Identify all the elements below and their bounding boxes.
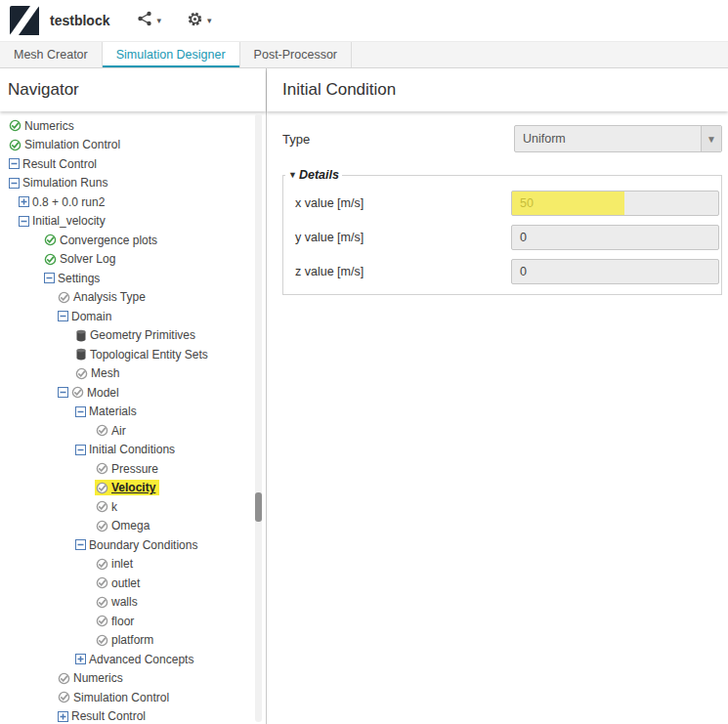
expand-icon[interactable] <box>58 711 68 722</box>
tree-item-omega[interactable]: Omega <box>0 517 266 536</box>
chevron-down-icon: ▾ <box>207 17 212 25</box>
tree-item-label: Pressure <box>111 462 158 476</box>
tab-simulation-designer[interactable]: Simulation Designer <box>103 42 240 67</box>
y-value-m-s-input[interactable] <box>511 225 719 250</box>
tab-mesh-creator[interactable]: Mesh Creator <box>0 42 103 67</box>
tree-item-label: Topological Entity Sets <box>90 348 208 362</box>
tree-item-settings[interactable]: Settings <box>0 269 266 288</box>
status-check-icon <box>58 691 70 703</box>
tree-item-label: Settings <box>58 272 100 285</box>
tree-item-label: Boundary Conditions <box>89 538 197 552</box>
collapse-icon[interactable] <box>75 445 86 455</box>
field-row-y-value-m-s: y value [m/s] <box>295 225 719 250</box>
expand-icon[interactable] <box>19 196 29 207</box>
tree-item-0-8-0-0-run2[interactable]: 0.8 + 0.0 run2 <box>0 192 266 212</box>
tree-item-result-control[interactable]: Result Control <box>0 707 266 724</box>
app: testblock ▾ ▾ Mesh <box>0 0 728 724</box>
tree-item-inlet[interactable]: inlet <box>0 555 266 575</box>
tree-item-label: Initial Conditions <box>89 443 175 456</box>
tree-item-simulation-control[interactable]: Simulation Control <box>0 136 266 155</box>
tree-item-label: Simulation Runs <box>22 176 107 190</box>
collapse-icon[interactable] <box>9 158 20 169</box>
status-check-icon <box>96 520 108 532</box>
tree-item-label: Materials <box>89 405 137 418</box>
field-input-wrap <box>511 225 719 250</box>
tree-item-numerics[interactable]: Numerics <box>0 669 266 689</box>
tree-item-k[interactable]: k <box>0 497 266 517</box>
tree-item-model[interactable]: Model <box>0 383 266 403</box>
details-group: ▼ Details x value [m/s]y value [m/s]z va… <box>282 168 722 295</box>
collapse-triangle-icon: ▼ <box>288 170 297 180</box>
tree-item-label: Air <box>111 424 126 438</box>
collapse-icon[interactable] <box>19 216 29 227</box>
collapse-icon[interactable] <box>58 387 68 398</box>
tree-item-result-control[interactable]: Result Control <box>0 154 266 174</box>
top-bar: testblock ▾ ▾ <box>0 0 728 41</box>
share-button[interactable]: ▾ <box>137 11 161 30</box>
tree-item-simulation-control[interactable]: Simulation Control <box>0 688 266 707</box>
scrollbar-thumb[interactable] <box>255 492 262 522</box>
app-logo-icon[interactable] <box>10 6 39 35</box>
z-value-m-s-input[interactable] <box>511 259 719 284</box>
status-check-icon <box>96 462 108 475</box>
tree-item-label: walls <box>111 595 138 609</box>
collapse-icon[interactable] <box>44 273 55 283</box>
type-row: Type Uniform ▼ <box>282 125 722 152</box>
entity-set-icon <box>75 348 87 361</box>
collapse-icon[interactable] <box>75 406 86 417</box>
type-select[interactable]: Uniform ▼ <box>514 125 722 152</box>
tree-item-initial-conditions[interactable]: Initial Conditions <box>0 441 266 460</box>
status-check-icon <box>96 596 108 609</box>
tree-item-solver-log[interactable]: Solver Log <box>0 250 266 270</box>
tree-item-label: Initial_velocity <box>32 214 106 228</box>
entity-set-icon <box>75 329 87 342</box>
tree-item-label: Analysis Type <box>73 290 146 304</box>
tree-item-label: Result Control <box>22 157 97 171</box>
collapse-icon[interactable] <box>58 311 68 321</box>
tree-item-label: inlet <box>111 557 133 571</box>
tab-post-processor[interactable]: Post-Processor <box>240 42 352 67</box>
tree-item-outlet[interactable]: outlet <box>0 574 266 593</box>
tree-item-label: platform <box>111 633 153 647</box>
navigator-scrollbar[interactable] <box>255 113 262 722</box>
tree-item-pressure[interactable]: Pressure <box>0 459 266 479</box>
tree-item-simulation-runs[interactable]: Simulation Runs <box>0 174 266 193</box>
tree-item-label: outlet <box>111 576 140 590</box>
tree-item-label: Geometry Primitives <box>90 328 195 342</box>
tree-item-walls[interactable]: walls <box>0 593 266 613</box>
status-check-icon <box>9 139 21 151</box>
field-input-wrap <box>511 191 719 216</box>
tree-item-velocity[interactable]: Velocity <box>0 479 266 498</box>
status-check-icon <box>96 615 108 627</box>
type-label: Type <box>282 132 514 147</box>
chevron-down-icon[interactable]: ▼ <box>701 126 721 151</box>
tree-item-platform[interactable]: platform <box>0 631 266 651</box>
tree-item-floor[interactable]: floor <box>0 612 266 631</box>
field-input-wrap <box>511 259 719 284</box>
tree-item-advanced-concepts[interactable]: Advanced Concepts <box>0 650 266 669</box>
status-check-icon <box>9 119 21 132</box>
tree-item-label: Result Control <box>71 709 146 723</box>
tree-item-geometry-primitives[interactable]: Geometry Primitives <box>0 326 266 346</box>
expand-icon[interactable] <box>75 654 86 664</box>
tree-item-mesh[interactable]: Mesh <box>0 364 266 384</box>
tree-item-label: Simulation Control <box>73 691 169 704</box>
tree-item-domain[interactable]: Domain <box>0 307 266 326</box>
tree-item-label: Domain <box>71 310 111 323</box>
tree-item-label: 0.8 + 0.0 run2 <box>32 195 105 209</box>
collapse-icon[interactable] <box>75 539 86 550</box>
x-value-m-s-input[interactable] <box>511 191 719 216</box>
tree-item-boundary-conditions[interactable]: Boundary Conditions <box>0 535 266 555</box>
tree-item-convergence-plots[interactable]: Convergence plots <box>0 231 266 250</box>
tree-item-topological-entity-sets[interactable]: Topological Entity Sets <box>0 345 266 364</box>
settings-button[interactable]: ▾ <box>187 11 212 31</box>
tree-item-numerics[interactable]: Numerics <box>0 116 266 136</box>
navigator-tree: NumericsSimulation ControlResult Control… <box>0 111 266 724</box>
tree-item-initial-velocity[interactable]: Initial_velocity <box>0 212 266 232</box>
tree-item-materials[interactable]: Materials <box>0 403 266 422</box>
tree-item-air[interactable]: Air <box>0 421 266 441</box>
collapse-icon[interactable] <box>9 178 20 189</box>
tree-item-analysis-type[interactable]: Analysis Type <box>0 288 266 308</box>
tree-item-label: k <box>111 500 117 514</box>
details-legend[interactable]: ▼ Details <box>285 168 342 182</box>
